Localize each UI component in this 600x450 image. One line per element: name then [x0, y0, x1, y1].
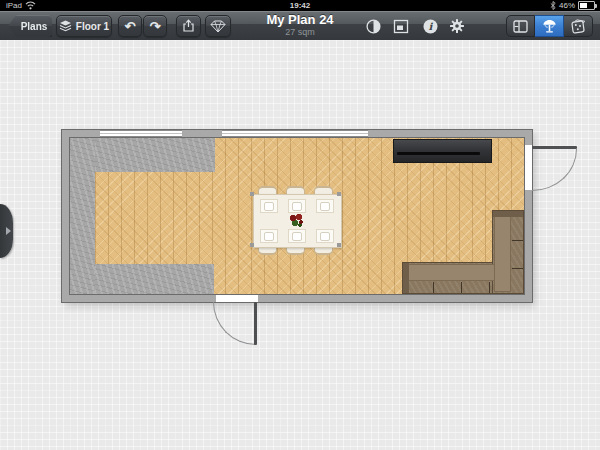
- battery-icon: [578, 1, 595, 10]
- snapshot-icon: [393, 19, 409, 34]
- room-walls[interactable]: [62, 130, 532, 302]
- share-button[interactable]: [176, 15, 201, 37]
- split-view-icon: [513, 20, 528, 33]
- info-button[interactable]: i: [421, 18, 439, 34]
- door-right[interactable]: [532, 146, 577, 149]
- window[interactable]: [100, 130, 182, 137]
- status-bar: iPad 19:42 46%: [0, 0, 600, 11]
- floor-button-label: Floor 1: [76, 21, 109, 32]
- redo-icon: ↷: [150, 20, 161, 33]
- split-view-button[interactable]: [506, 15, 535, 37]
- floor-selector-button[interactable]: Floor 1: [56, 15, 112, 37]
- door-swing-arc: [213, 302, 256, 345]
- snapshot-button[interactable]: [392, 18, 410, 34]
- undo-icon: ↶: [125, 20, 136, 33]
- door-opening-right: [525, 145, 532, 190]
- window[interactable]: [222, 130, 368, 137]
- door-bottom[interactable]: [254, 302, 257, 345]
- layers-icon: [59, 20, 72, 32]
- garden-view-button[interactable]: [535, 15, 564, 37]
- clock: 19:42: [0, 0, 600, 11]
- plan-canvas[interactable]: [0, 40, 600, 450]
- sidebar-drawer-handle[interactable]: [0, 204, 13, 258]
- info-icon: i: [423, 19, 438, 34]
- share-icon: [182, 19, 196, 33]
- gear-icon: [449, 18, 465, 34]
- plans-back-button[interactable]: Plans: [8, 15, 52, 37]
- bluetooth-icon: [550, 1, 556, 10]
- toolbar: Plans Floor 1 ↶ ↷: [0, 11, 600, 41]
- contrast-icon: [366, 19, 381, 34]
- door-opening-bottom: [216, 295, 258, 302]
- dice-icon: [571, 19, 586, 34]
- undo-button[interactable]: ↶: [118, 15, 142, 37]
- view-mode-switcher: [506, 15, 593, 37]
- chevron-right-icon: [6, 227, 11, 235]
- furniture-view-button[interactable]: [564, 15, 593, 37]
- door-swing-arc: [532, 149, 577, 191]
- contrast-button[interactable]: [364, 18, 382, 34]
- plans-button-label: Plans: [21, 21, 48, 32]
- battery-percent: 46%: [559, 0, 575, 11]
- ipad-screen: iPad 19:42 46% Plans: [0, 0, 600, 450]
- redo-button[interactable]: ↷: [143, 15, 167, 37]
- tree-icon: [542, 19, 557, 33]
- settings-button[interactable]: [448, 18, 466, 34]
